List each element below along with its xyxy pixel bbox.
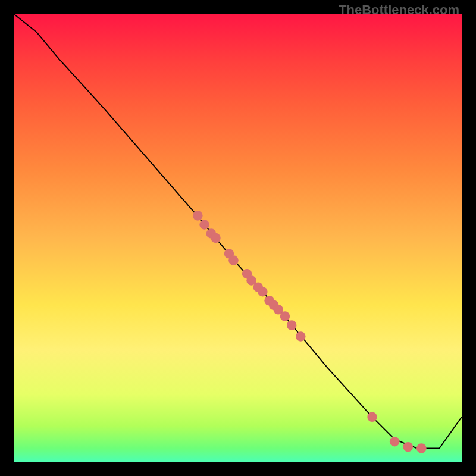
data-marker (211, 233, 221, 243)
data-marker (403, 442, 413, 452)
data-marker (296, 331, 306, 342)
data-marker (280, 311, 290, 321)
markers-group (193, 211, 427, 453)
plot-area (14, 14, 462, 462)
data-marker (228, 255, 239, 265)
curve-path (14, 14, 462, 448)
data-marker (287, 320, 297, 330)
data-marker (416, 443, 427, 453)
data-marker (367, 412, 377, 422)
watermark-label: TheBottleneck.com (339, 2, 459, 18)
data-marker (258, 287, 268, 297)
chart-container: TheBottleneck.com (0, 0, 476, 476)
data-marker (199, 220, 209, 230)
data-marker (390, 437, 400, 447)
data-marker (193, 211, 203, 221)
chart-svg (14, 14, 462, 462)
